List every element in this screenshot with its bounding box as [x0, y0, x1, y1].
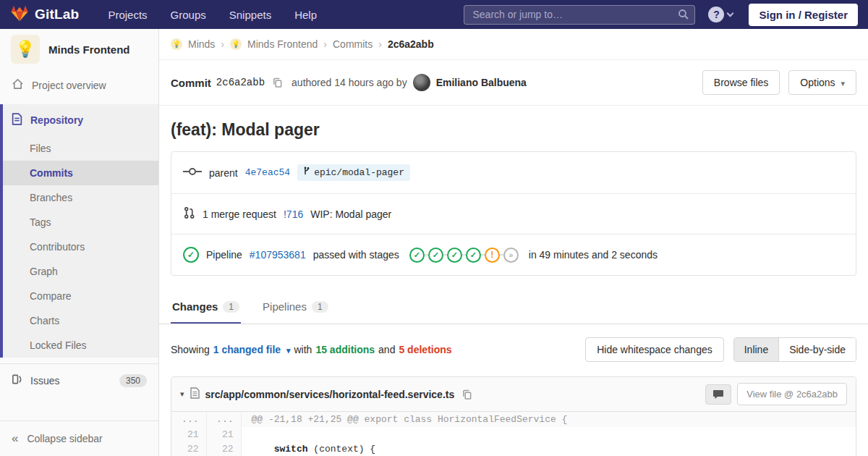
- merge-request-link[interactable]: !716: [284, 208, 303, 220]
- group-avatar: 💡: [171, 38, 182, 50]
- author-name[interactable]: Emiliano Balbuena: [436, 77, 527, 88]
- breadcrumb-project[interactable]: Minds Frontend: [247, 38, 318, 50]
- commit-title: (feat): Modal pager: [171, 120, 856, 140]
- stage-warning-icon[interactable]: !: [485, 248, 500, 263]
- code-line: [241, 427, 856, 442]
- authored-text: authored 14 hours ago by: [292, 77, 407, 88]
- document-icon: [12, 113, 22, 127]
- breadcrumb: 💡 Minds › 💡 Minds Frontend › Commits › 2…: [159, 29, 868, 60]
- breadcrumb-current-sha: 2c6a2abb: [388, 38, 434, 50]
- old-line-number[interactable]: 22: [171, 442, 206, 456]
- help-menu[interactable]: ?: [708, 7, 733, 22]
- view-mode-toggle: Inline Side-by-side: [733, 337, 856, 362]
- copy-sha-button[interactable]: [271, 75, 284, 90]
- file-icon: [190, 387, 200, 402]
- chevron-down-icon: [727, 10, 734, 17]
- sidebar-item-files[interactable]: Files: [3, 136, 158, 161]
- file-path[interactable]: src/app/common/services/horizontal-feed.…: [205, 389, 455, 400]
- hide-whitespace-button[interactable]: Hide whitespace changes: [585, 337, 724, 362]
- nav-link-projects[interactable]: Projects: [99, 4, 156, 25]
- stage-success-icon[interactable]: ✓: [409, 248, 425, 263]
- additions-count: 15 additions: [315, 344, 375, 355]
- sidebar-item-compare[interactable]: Compare: [3, 284, 158, 308]
- sidebar-item-contributors[interactable]: Contributors: [3, 235, 158, 259]
- stage-success-icon[interactable]: ✓: [447, 248, 462, 263]
- nav-link-snippets[interactable]: Snippets: [221, 4, 280, 25]
- tab-pipelines[interactable]: Pipelines 1: [261, 292, 330, 324]
- branch-badge[interactable]: epic/modal-pager: [297, 164, 410, 181]
- sidebar-item-tags[interactable]: Tags: [3, 210, 158, 235]
- side-by-side-view-button[interactable]: Side-by-side: [778, 338, 856, 361]
- home-icon: [12, 78, 24, 92]
- sidebar-item-locked-files[interactable]: Locked Files: [3, 333, 158, 358]
- project-name: Minds Frontend: [48, 43, 130, 56]
- sidebar-item-branches[interactable]: Branches: [3, 185, 158, 210]
- nav-link-help[interactable]: Help: [286, 4, 326, 25]
- sidebar-item-repository[interactable]: Repository: [3, 104, 158, 136]
- breadcrumb-commits[interactable]: Commits: [333, 38, 373, 50]
- new-line-number[interactable]: 22: [206, 442, 241, 456]
- breadcrumb-group[interactable]: Minds: [188, 38, 215, 50]
- parent-sha-link[interactable]: 4e7eac54: [245, 167, 290, 178]
- sidebar-item-commits[interactable]: Commits: [3, 161, 158, 185]
- collapse-label: Collapse sidebar: [27, 433, 102, 444]
- stage-success-icon[interactable]: ✓: [466, 248, 481, 263]
- sidebar-item-graph[interactable]: Graph: [3, 259, 158, 284]
- old-line-number[interactable]: 21: [171, 427, 206, 442]
- author-avatar[interactable]: [413, 74, 430, 91]
- pipeline-id-link[interactable]: #107953681: [250, 249, 306, 261]
- sign-in-button[interactable]: Sign in / Register: [749, 4, 858, 26]
- collapse-sidebar-button[interactable]: « Collapse sidebar: [0, 421, 158, 456]
- branch-name: epic/modal-pager: [314, 167, 404, 178]
- caret-down-icon: ▾: [286, 346, 291, 355]
- top-navbar: GitLab Projects Groups Snippets Help ? S…: [0, 0, 868, 29]
- main-content: 💡 Minds › 💡 Minds Frontend › Commits › 2…: [159, 29, 868, 456]
- tab-changes[interactable]: Changes 1: [171, 292, 241, 324]
- sidebar-item-project-overview[interactable]: Project overview: [0, 69, 158, 101]
- view-file-button[interactable]: View file @ 2c6a2abb: [737, 383, 847, 405]
- gitlab-logo[interactable]: GitLab: [10, 4, 79, 25]
- sidebar-section-repository: Repository Files Commits Branches Tags C…: [0, 104, 158, 358]
- diff-file: ▾ src/app/common/services/horizontal-fee…: [171, 376, 856, 456]
- showing-text: Showing: [171, 344, 210, 355]
- diff-line: 22 22 switch (context) {: [171, 442, 856, 456]
- help-icon[interactable]: ?: [708, 7, 724, 22]
- search-input[interactable]: [464, 5, 695, 25]
- options-label: Options: [800, 77, 835, 88]
- commit-tabs: Changes 1 Pipelines 1: [159, 292, 868, 324]
- stage-skipped-icon[interactable]: »: [503, 248, 519, 263]
- collapse-diff-icon[interactable]: ▾: [180, 389, 184, 399]
- nav-links: Projects Groups Snippets Help: [99, 4, 326, 25]
- parent-row: parent 4e7eac54 epic/modal-pager: [171, 152, 856, 193]
- nav-link-groups[interactable]: Groups: [162, 4, 215, 25]
- copy-path-button[interactable]: [460, 387, 474, 402]
- code-text: (context) {: [308, 444, 376, 455]
- sidebar-item-label: Project overview: [32, 80, 106, 91]
- changes-count-badge: 1: [223, 301, 239, 313]
- project-context[interactable]: 💡 Minds Frontend: [0, 29, 158, 69]
- options-button[interactable]: Options ▾: [788, 70, 856, 95]
- sidebar-item-charts[interactable]: Charts: [3, 308, 158, 333]
- stage-success-icon[interactable]: ✓: [428, 248, 443, 263]
- toggle-comments-button[interactable]: [705, 384, 731, 405]
- merge-request-row: 1 merge request !716 WIP: Modal pager: [171, 193, 856, 234]
- sidebar-item-issues[interactable]: Issues 350: [0, 363, 158, 397]
- commit-label: Commit: [171, 77, 211, 89]
- caret-down-icon: ▾: [841, 79, 845, 88]
- parent-label: parent: [209, 167, 238, 179]
- pipeline-status-icon[interactable]: ✓: [183, 247, 199, 263]
- new-line-number[interactable]: 21: [206, 427, 241, 442]
- browse-files-button[interactable]: Browse files: [702, 70, 780, 95]
- inline-view-button[interactable]: Inline: [734, 338, 778, 361]
- brand-text: GitLab: [35, 7, 79, 22]
- changed-files-dropdown[interactable]: 1 changed file ▾: [213, 344, 291, 355]
- search-icon[interactable]: [678, 9, 689, 23]
- pipeline-row: ✓ Pipeline #107953681 passed with stages…: [171, 234, 856, 275]
- gitlab-tanuki-icon: [10, 4, 29, 25]
- new-line-number: ...: [206, 412, 241, 427]
- pipeline-duration: in 49 minutes and 2 seconds: [529, 249, 658, 261]
- tab-label: Pipelines: [263, 300, 307, 313]
- pipeline-label: Pipeline: [206, 249, 242, 261]
- branch-icon: [303, 166, 310, 179]
- pipelines-count-badge: 1: [312, 301, 328, 313]
